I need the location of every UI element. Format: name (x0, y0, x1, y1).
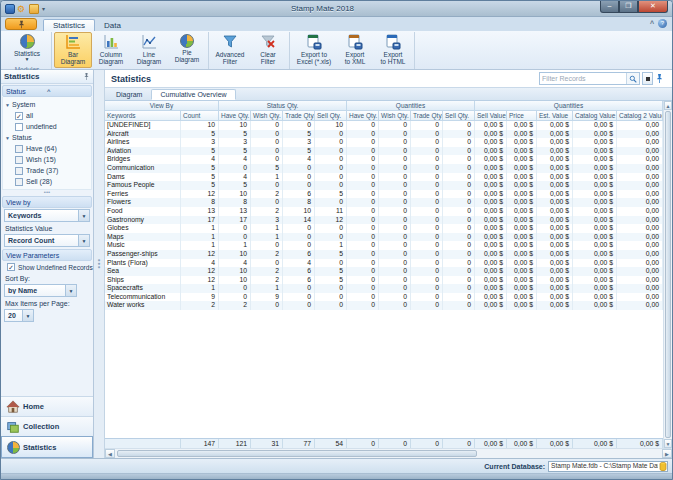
checkbox-trade[interactable]: Trade (37) (3, 165, 91, 176)
checkbox-sell[interactable]: Sell (28) (3, 176, 91, 187)
scroll-left-icon[interactable]: ◀ (105, 449, 115, 458)
panel-splitter[interactable]: ••• (1, 190, 93, 195)
scroll-down-icon[interactable]: ▼ (664, 439, 672, 448)
column-header[interactable]: Price (507, 111, 537, 121)
checkbox-have[interactable]: Have (64) (3, 143, 91, 154)
statistics-module-button[interactable]: Statistics ▼ (5, 32, 49, 65)
viewby-panel-header[interactable]: View by (2, 196, 92, 208)
horizontal-scroll-thumb[interactable] (117, 450, 477, 457)
table-row[interactable]: Dams5410000000,00 $0,00 $0,00 $0,00 $0,0… (105, 173, 663, 182)
column-header[interactable]: Wish Qty. (379, 111, 411, 121)
vertical-scrollbar[interactable]: ▲ ▼ (663, 101, 672, 448)
table-row[interactable]: Bridges4404000000,00 $0,00 $0,00 $0,00 $… (105, 155, 663, 164)
horizontal-scrollbar[interactable]: ◀ ▶ (105, 448, 672, 458)
column-group-header[interactable]: Quantities (347, 101, 475, 111)
sidebar-splitter[interactable]: ••• (94, 70, 105, 458)
column-group-header[interactable]: Status Qty. (219, 101, 347, 111)
column-header[interactable]: Sell Qty. (315, 111, 347, 121)
show-undefined-checkbox[interactable]: ✓ Show Undefined Records (1, 261, 93, 273)
table-row[interactable]: Passenger-ships121026500000,00 $0,00 $0,… (105, 250, 663, 259)
export-xml-button[interactable]: Export to XML (336, 32, 374, 68)
export-html-button[interactable]: Export to HTML (374, 32, 412, 68)
nav-item-collection[interactable]: Collection (1, 416, 93, 436)
column-header[interactable]: Sell Value (475, 111, 507, 121)
table-cell: 0 (347, 250, 379, 259)
column-group-header[interactable]: View By (105, 101, 219, 111)
table-row[interactable]: Famous People5500000000,00 $0,00 $0,00 $… (105, 181, 663, 190)
tab-data[interactable]: Data (95, 20, 130, 31)
table-row[interactable]: Gastronomy17173141200000,00 $0,00 $0,00 … (105, 216, 663, 225)
table-row[interactable]: Music1100100000,00 $0,00 $0,00 $0,00 $0,… (105, 241, 663, 250)
column-header[interactable]: Keywords (105, 111, 181, 121)
bar-diagram-button[interactable]: Bar Diagram (54, 32, 92, 68)
pie-diagram-button[interactable]: Pie Diagram (168, 32, 206, 68)
table-row[interactable]: Food13132101100000,00 $0,00 $0,00 $0,00 … (105, 207, 663, 216)
table-row[interactable]: Airlines3303000000,00 $0,00 $0,00 $0,00 … (105, 138, 663, 147)
export-excel-button[interactable]: Export to Excel (*.xls) (292, 32, 336, 68)
minimize-button[interactable]: – (600, 1, 619, 13)
column-header[interactable]: Trade Qty. (411, 111, 443, 121)
column-header[interactable]: Count (181, 111, 219, 121)
gear-icon[interactable]: ⚙ (17, 4, 27, 14)
tree-node-system[interactable]: ▼ System (3, 99, 91, 110)
ribbon-collapse-icon[interactable]: ^ (650, 20, 654, 27)
column-header[interactable]: Sell Qty. (443, 111, 475, 121)
checkbox-undefined[interactable]: undefined (3, 121, 91, 132)
app-menu-button[interactable] (5, 18, 37, 30)
max-items-select[interactable]: 20 ▼ (4, 309, 34, 322)
pin-filter-icon[interactable] (655, 73, 664, 84)
table-row[interactable]: Sea121026500000,00 $0,00 $0,00 $0,00 $0,… (105, 267, 663, 276)
table-row[interactable]: Ships121026500000,00 $0,00 $0,00 $0,00 $… (105, 276, 663, 285)
stop-filter-button[interactable] (642, 72, 653, 85)
current-database-value[interactable]: Stamp Mate.fdb - C:\Stamp Mate Datab (548, 461, 668, 472)
tab-statistics[interactable]: Statistics (43, 19, 95, 31)
close-button[interactable]: ✕ (638, 1, 668, 13)
status-panel-header[interactable]: Status ^ (2, 85, 92, 97)
statistics-value-select[interactable]: Record Count ▼ (4, 234, 90, 247)
vertical-scroll-thumb[interactable] (665, 111, 671, 438)
table-row[interactable]: Ferries121026500000,00 $0,00 $0,00 $0,00… (105, 190, 663, 199)
help-icon[interactable]: ? (658, 19, 667, 28)
scroll-up-icon[interactable]: ▲ (664, 101, 672, 110)
column-header[interactable]: Catalog Value (573, 111, 617, 121)
viewby-select[interactable]: Keywords ▼ (4, 209, 90, 222)
checkbox-wish[interactable]: Wish (15) (3, 154, 91, 165)
table-row[interactable]: [UNDEFINED]1010001000000,00 $0,00 $0,00 … (105, 121, 663, 130)
checkbox-all[interactable]: ✓ all (3, 110, 91, 121)
search-button[interactable] (626, 73, 639, 84)
tab-diagram[interactable]: Diagram (107, 89, 151, 100)
column-diagram-button[interactable]: Column Diagram (92, 32, 130, 68)
grid-icon[interactable] (29, 4, 39, 14)
table-row[interactable]: Aircraft5505000000,00 $0,00 $0,00 $0,00 … (105, 130, 663, 139)
column-header[interactable]: Have Qty. (347, 111, 379, 121)
column-header[interactable]: Have Qty. (219, 111, 251, 121)
sort-by-select[interactable]: by Name ▼ (4, 284, 77, 297)
line-diagram-button[interactable]: Line Diagram (130, 32, 168, 68)
column-group-header[interactable]: Quantities (475, 101, 663, 111)
clear-filter-button[interactable]: Clear Filter (249, 32, 287, 68)
table-row[interactable]: Spacecrafts1010000000,00 $0,00 $0,00 $0,… (105, 284, 663, 293)
nav-item-home[interactable]: Home (1, 396, 93, 416)
column-header[interactable]: Est. Value (537, 111, 573, 121)
view-parameters-header[interactable]: View Parameters (2, 249, 92, 261)
table-row[interactable]: Communication5050000000,00 $0,00 $0,00 $… (105, 164, 663, 173)
table-row[interactable]: Maps1010000000,00 $0,00 $0,00 $0,00 $0,0… (105, 233, 663, 242)
pin-icon[interactable] (83, 72, 90, 81)
table-row[interactable]: Water works2200000000,00 $0,00 $0,00 $0,… (105, 301, 663, 310)
table-row[interactable]: Telecommunication9090000000,00 $0,00 $0,… (105, 293, 663, 302)
table-cell: 0,00 $ (573, 233, 617, 242)
filter-records-input[interactable] (540, 73, 626, 84)
table-row[interactable]: Aviation5505000000,00 $0,00 $0,00 $0,00 … (105, 147, 663, 156)
column-header[interactable]: Trade Qty. (283, 111, 315, 121)
nav-item-statistics[interactable]: Statistics (1, 436, 93, 458)
tree-node-status[interactable]: ▼ Status (3, 132, 91, 143)
table-row[interactable]: Plants (Flora)4404000000,00 $0,00 $0,00 … (105, 259, 663, 268)
advanced-filter-button[interactable]: Advanced Filter (211, 32, 249, 68)
scroll-right-icon[interactable]: ▶ (662, 449, 672, 458)
table-row[interactable]: Globes1010000000,00 $0,00 $0,00 $0,00 $0… (105, 224, 663, 233)
table-row[interactable]: Flowers8808000000,00 $0,00 $0,00 $0,00 $… (105, 198, 663, 207)
tab-cumulative-overview[interactable]: Cumulative Overview (151, 89, 235, 100)
column-header[interactable]: Wish Qty. (251, 111, 283, 121)
maximize-button[interactable]: ❐ (619, 1, 638, 13)
column-header[interactable]: Catalog 2 Value (617, 111, 663, 121)
